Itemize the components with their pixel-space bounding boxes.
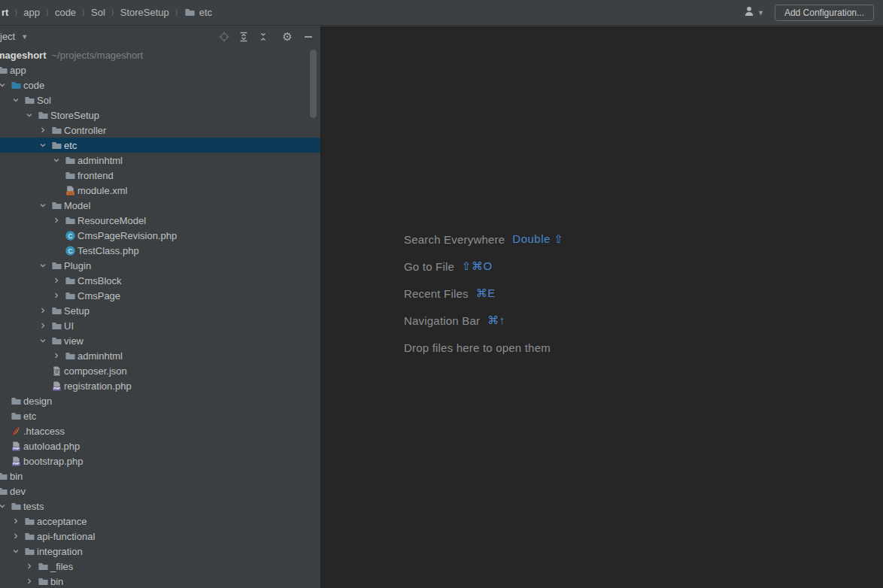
chevron-right-icon[interactable]: [50, 289, 63, 302]
chevron-spacer: [0, 425, 9, 437]
chevron-down-icon[interactable]: [0, 500, 9, 512]
tree-item-controller[interactable]: Controller: [0, 123, 320, 138]
chevron-right-icon[interactable]: [23, 560, 36, 572]
chevron-down-icon[interactable]: [50, 154, 63, 166]
tree-item-app[interactable]: app: [0, 62, 320, 77]
tree-item-resourcemodel[interactable]: ResourceModel: [0, 213, 320, 228]
breadcrumb-item-sol[interactable]: Sol: [91, 7, 105, 18]
tree-item-label: Model: [64, 200, 90, 211]
breadcrumb-item-code[interactable]: code: [55, 7, 76, 18]
tree-item-adminhtml[interactable]: adminhtml: [0, 153, 320, 168]
chevron-right-icon[interactable]: [50, 274, 63, 286]
tree-item-files[interactable]: _files: [0, 559, 320, 574]
folder-icon: [9, 500, 23, 512]
tree-item-autoload-php[interactable]: PHPautoload.php: [0, 438, 320, 453]
tree-item-adminhtml[interactable]: adminhtml: [0, 348, 320, 363]
tree-item-view[interactable]: view: [0, 333, 320, 348]
class-icon: C: [63, 244, 77, 256]
tree-item-bin[interactable]: bin: [0, 468, 320, 483]
tree-item-frontend[interactable]: frontend: [0, 168, 320, 183]
locate-icon[interactable]: [218, 31, 230, 43]
chevron-right-icon[interactable]: [50, 214, 63, 226]
breadcrumb-separator-icon: ⟩: [175, 8, 178, 17]
chevron-down-icon[interactable]: [36, 139, 50, 151]
chevron-right-icon[interactable]: [50, 350, 63, 362]
tree-item-dev[interactable]: dev: [0, 483, 320, 499]
php-icon: PHP: [50, 380, 63, 392]
folder-icon: [9, 395, 23, 407]
settings-gear-icon[interactable]: ⚙: [281, 31, 293, 43]
chevron-right-icon[interactable]: [36, 320, 50, 332]
tree-item-cmspage[interactable]: CmsPage: [0, 288, 320, 303]
chevron-down-icon[interactable]: [36, 199, 50, 211]
tree-item-etc[interactable]: etc: [0, 408, 320, 423]
tree-item-sol[interactable]: Sol: [0, 92, 320, 108]
tree-item-ui[interactable]: UI: [0, 318, 320, 333]
tree-item-registration-php[interactable]: PHPregistration.php: [0, 378, 320, 393]
chevron-spacer: [50, 169, 63, 181]
tree-item-integration[interactable]: integration: [0, 544, 320, 559]
tree-item-etc[interactable]: etc: [0, 138, 320, 153]
add-configuration-button[interactable]: Add Configuration...: [775, 5, 874, 21]
breadcrumb-item-app[interactable]: app: [23, 7, 40, 18]
breadcrumb-item-rt[interactable]: rt: [2, 7, 8, 18]
breadcrumb-item-etc[interactable]: etc: [184, 7, 212, 18]
chevron-right-icon[interactable]: [9, 515, 23, 527]
shortcut-label: Navigation Bar: [404, 314, 480, 327]
tree-item-api-functional[interactable]: api-functional: [0, 529, 320, 544]
scrollbar-thumb[interactable]: [310, 50, 317, 118]
collapse-all-icon[interactable]: [257, 31, 269, 43]
tree-item-testclass-php[interactable]: CTestClass.php: [0, 243, 320, 258]
chevron-down-icon[interactable]: [36, 259, 50, 271]
tree-item-model[interactable]: Model: [0, 198, 320, 213]
tree-item-htaccess[interactable]: .htaccess: [0, 423, 320, 438]
folder-icon: [36, 575, 50, 587]
tree-item-label: frontend: [77, 170, 114, 181]
tree-item-cmspagerevision-php[interactable]: CCmsPageRevision.php: [0, 228, 320, 243]
tree-item-label: CmsPage: [77, 290, 120, 302]
svg-text:PHP: PHP: [53, 386, 60, 390]
tree-item-setup[interactable]: Setup: [0, 303, 320, 318]
chevron-down-icon[interactable]: [23, 109, 36, 121]
tree-item-code[interactable]: code: [0, 77, 320, 92]
tree-item-tests[interactable]: tests: [0, 499, 320, 514]
tree-item-project-root[interactable]: mageshort~/projects/mageshort: [0, 47, 320, 62]
expand-all-icon[interactable]: [238, 31, 250, 43]
folder-icon: [23, 94, 36, 106]
chevron-spacer: [50, 229, 63, 241]
folder-icon: [50, 305, 63, 317]
chevron-down-icon[interactable]: [9, 545, 23, 557]
tree-item-bin[interactable]: bin: [0, 574, 320, 588]
tree-item-plugin[interactable]: Plugin: [0, 258, 320, 273]
tree-item-composer-json[interactable]: {@}composer.json: [0, 363, 320, 378]
shortcut-label: Search Everywhere: [404, 233, 505, 246]
chevron-down-icon[interactable]: [9, 94, 23, 106]
project-view-selector[interactable]: ject ▼: [0, 31, 28, 42]
hide-panel-icon[interactable]: [302, 31, 314, 43]
breadcrumb-separator-icon: ⟩: [111, 8, 114, 17]
breadcrumb-item-storesetup[interactable]: StoreSetup: [120, 7, 169, 18]
tree-item-cmsblock[interactable]: CmsBlock: [0, 273, 320, 288]
chevron-right-icon[interactable]: [23, 575, 36, 587]
tree-item-module-xml[interactable]: <>module.xml: [0, 183, 320, 198]
tree-item-acceptance[interactable]: acceptance: [0, 514, 320, 529]
tree-item-bootstrap-php[interactable]: PHPbootstrap.php: [0, 453, 320, 468]
shortcut-keys: ⌘↑: [487, 314, 505, 327]
folder-icon: [50, 139, 63, 151]
chevron-right-icon[interactable]: [36, 124, 50, 136]
chevron-right-icon[interactable]: [9, 530, 23, 542]
svg-text:PHP: PHP: [13, 462, 20, 465]
user-menu-button[interactable]: ▼: [740, 4, 767, 22]
project-root-path: ~/projects/mageshort: [51, 50, 143, 61]
chevron-down-icon[interactable]: [36, 335, 50, 347]
chevron-down-icon[interactable]: [0, 79, 9, 91]
tree-item-label: module.xml: [77, 185, 127, 196]
tree-item-design[interactable]: design: [0, 393, 320, 408]
chevron-right-icon[interactable]: [36, 305, 50, 317]
breadcrumb-label: app: [23, 7, 40, 18]
xml-icon: <>: [63, 184, 77, 196]
chevron-spacer: [0, 440, 9, 452]
folder-icon: [36, 109, 50, 121]
tree-item-label: acceptance: [37, 516, 87, 527]
tree-item-storesetup[interactable]: StoreSetup: [0, 108, 320, 123]
